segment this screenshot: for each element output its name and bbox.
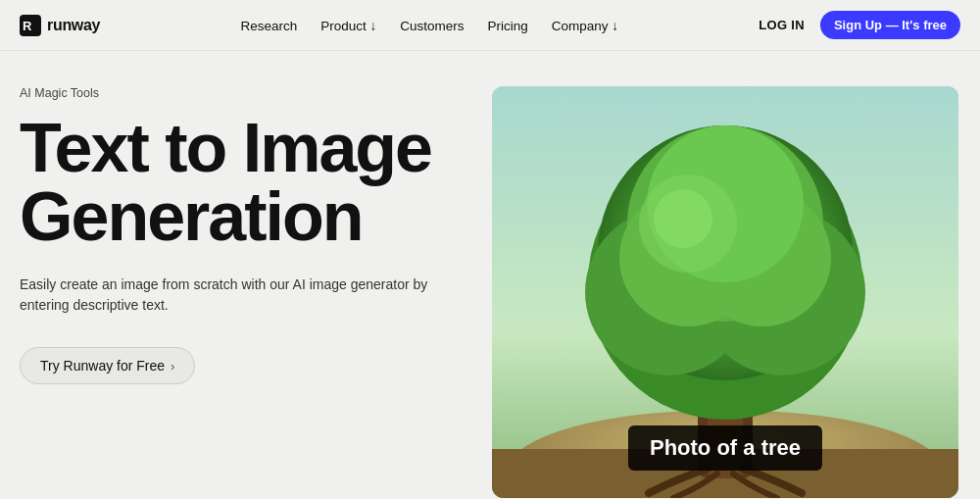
nav-item-research[interactable]: Research [240, 17, 297, 34]
nav-item-pricing[interactable]: Pricing [488, 17, 528, 34]
breadcrumb: AI Magic Tools [20, 86, 490, 100]
nav-item-product[interactable]: Product ↓ [320, 17, 376, 34]
cta-button[interactable]: Try Runway for Free › [20, 347, 195, 384]
hero-section: AI Magic Tools Text to Image Generation … [20, 86, 490, 499]
logo[interactable]: R runway [20, 15, 100, 36]
hero-title-line1: Text to Image [20, 110, 431, 186]
logo-text: runway [47, 17, 100, 34]
runway-logo-icon: R [20, 15, 41, 36]
hero-title: Text to Image Generation [20, 114, 490, 251]
nav-links: Research Product ↓ Customers Pricing Com… [240, 17, 618, 34]
nav-actions: LOG IN Sign Up — It's free [759, 11, 960, 39]
hero-title-line2: Generation [20, 178, 363, 255]
chevron-right-icon: › [171, 359, 174, 374]
hero-description: Easily create an image from scratch with… [20, 274, 431, 316]
main-content: AI Magic Tools Text to Image Generation … [0, 51, 980, 499]
svg-text:R: R [23, 19, 32, 33]
cta-label: Try Runway for Free [40, 358, 165, 374]
hero-image-section: Photo of a tree [490, 86, 960, 499]
signup-button[interactable]: Sign Up — It's free [820, 11, 960, 39]
prompt-badge: Photo of a tree [628, 425, 822, 471]
nav-item-customers[interactable]: Customers [400, 17, 464, 34]
login-button[interactable]: LOG IN [759, 18, 805, 32]
generated-image: Photo of a tree [492, 86, 958, 498]
svg-point-16 [654, 189, 712, 248]
nav-item-company[interactable]: Company ↓ [552, 17, 618, 34]
navbar: R runway Research Product ↓ Customers Pr… [0, 0, 980, 51]
